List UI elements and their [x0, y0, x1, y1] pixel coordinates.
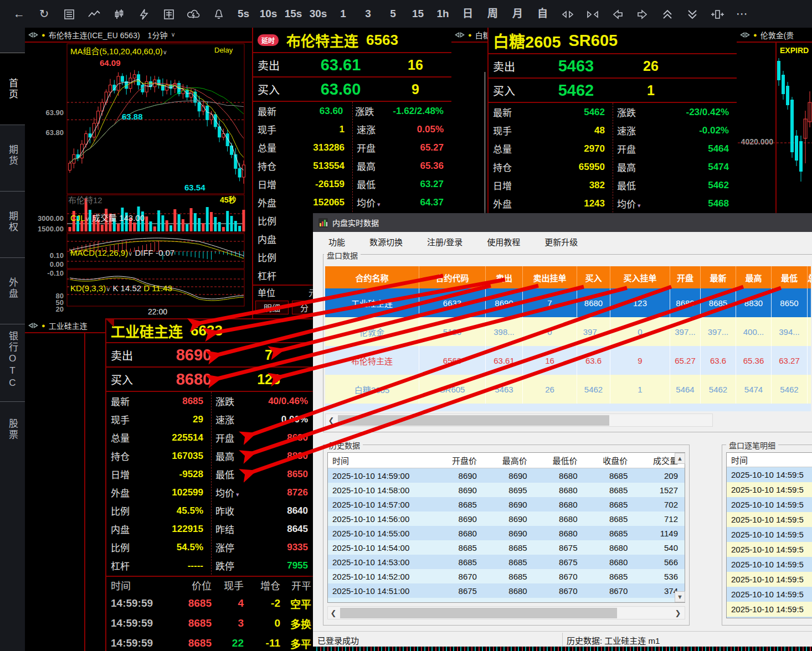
board-row[interactable]: 白糖2605SR605546326546215464546254745462 [325, 375, 811, 404]
period-button-15s[interactable]: 15s [281, 0, 306, 28]
board-row[interactable]: 工业硅主连66338690786801238680868588308650 [325, 288, 811, 317]
sidebar-tab-3[interactable]: 期权 [0, 191, 25, 252]
scroll-up-icon[interactable]: ▲ [675, 453, 685, 464]
period-button-自[interactable]: 自 [530, 0, 555, 28]
history-row[interactable]: 2025-10-10 14:55:0086808690868086851149 [328, 526, 685, 540]
tick-oi-change: -2 [244, 597, 280, 609]
period-button-10s[interactable]: 10s [256, 0, 281, 28]
period-button-日[interactable]: 日 [455, 0, 480, 28]
period-button-1h[interactable]: 1h [430, 0, 455, 28]
split-expand-icon[interactable] [555, 0, 580, 28]
menu-item[interactable]: 数源切换 [369, 236, 403, 247]
dropdown-caret-icon[interactable]: ▾ [638, 202, 641, 209]
period-select[interactable]: 1分钟 [148, 29, 168, 40]
scroll-left-icon[interactable]: ❮ [326, 416, 337, 425]
menu-item[interactable]: 注册/登录 [427, 236, 462, 247]
detail-row[interactable]: 2025-10-10 14:59:5 [727, 482, 812, 497]
kd-indicator-label[interactable]: KD(9,3,3)∨ K 14.52 D 11.43 [70, 283, 172, 293]
gold-kline-chart[interactable] [737, 43, 812, 213]
back-icon[interactable]: ← [7, 0, 32, 28]
period-button-5[interactable]: 5 [381, 0, 405, 28]
chevrons-down-icon[interactable] [680, 0, 705, 28]
history-cell: 8675 [584, 601, 634, 603]
cloud-flash-icon[interactable] [181, 0, 206, 28]
tab-detail[interactable]: 明细 [255, 301, 289, 314]
scroll-right-icon[interactable]: ❯ [672, 609, 683, 617]
page-right-icon[interactable] [630, 0, 655, 28]
bell-icon[interactable] [206, 0, 231, 28]
scroll-left-icon[interactable]: ❮ [328, 609, 339, 617]
detail-row[interactable]: 2025-10-10 14:59:5 [727, 602, 812, 617]
quote-list-icon[interactable] [56, 0, 81, 28]
history-row[interactable]: 2025-10-10 14:52:008670868586708685536 [328, 569, 685, 583]
ask-row[interactable]: 卖出 5463 26 [489, 54, 737, 79]
realtime-data-window[interactable]: 内盘实时数据 功能数源切换注册/登录使用教程更新升级 盘口数据 合约名称合约代码… [313, 213, 812, 647]
ma-indicator-label[interactable]: MA组合(5,10,20,40,60,0)∨ [70, 45, 167, 56]
period-button-周[interactable]: 周 [480, 0, 505, 28]
detail-row[interactable]: 2025-10-10 14:59:5 [727, 557, 812, 572]
history-hscrollbar[interactable]: ❮ ❯ [327, 606, 685, 619]
chevrons-up-icon[interactable] [655, 0, 680, 28]
quote-row: 内盘122915昨结8645 [106, 520, 316, 538]
volume-indicator-label[interactable]: CJL∨ 成交量 143.00 [70, 211, 145, 223]
history-row[interactable]: 2025-10-10 14:50:00867086758665867552 [328, 598, 685, 603]
dropdown-caret-icon[interactable]: ▾ [377, 201, 381, 208]
detail-row[interactable]: 2025-10-10 14:59:5 [727, 527, 812, 542]
detail-row[interactable]: 2025-10-10 14:59:5 [727, 587, 812, 602]
refresh-icon[interactable]: ↻ [32, 0, 56, 28]
page-left-icon[interactable] [605, 0, 630, 28]
line-chart-icon[interactable] [81, 0, 106, 28]
scrollbar-thumb[interactable] [338, 415, 609, 426]
board-row[interactable]: 布伦特主连656363.611663.6965.2763.665.3663.27 [325, 346, 811, 375]
quote-row: 持仓167035最高8830 [106, 447, 316, 465]
period-button-15[interactable]: 15 [405, 0, 430, 28]
detail-row[interactable]: 2025-10-10 14:59:5 [727, 497, 812, 512]
menu-item[interactable]: 更新升级 [544, 236, 578, 247]
sidebar-tab-2[interactable]: 期货 [0, 125, 25, 185]
history-row[interactable]: 2025-10-10 14:51:008675868086708670374 [328, 583, 685, 598]
period-button-3[interactable]: 3 [356, 0, 381, 28]
period-button-1[interactable]: 1 [331, 0, 356, 28]
insert-pane-icon[interactable] [705, 0, 729, 28]
detail-row[interactable]: 2025-10-10 14:59:5 [727, 512, 812, 527]
macd-indicator-label[interactable]: MACD(12,26,9)∨ DIFF -0.07 [70, 248, 174, 257]
history-row[interactable]: 2025-10-10 14:54:008685868586758680540 [328, 540, 685, 555]
field-label: 外盘 [106, 485, 148, 499]
board-hscrollbar[interactable]: ❮ [325, 414, 713, 427]
bid-row[interactable]: 买入 63.60 9 [253, 78, 451, 102]
history-row[interactable]: 2025-10-10 14:58:0086908695868086851527 [328, 483, 685, 497]
more-icon[interactable]: ⋯ [729, 0, 754, 28]
sidebar-tab-1[interactable]: 首页 [0, 53, 25, 125]
detail-row[interactable]: 2025-10-10 14:59:5 [727, 467, 812, 482]
history-row[interactable]: 2025-10-10 14:53:008685868586758680566 [328, 555, 685, 569]
order-ticket-icon[interactable] [156, 0, 181, 28]
history-row[interactable]: 2025-10-10 14:59:008690869086808685209 [328, 468, 685, 483]
board-row[interactable]: 伦敦金5120398...0397...0397...397...400...3… [325, 317, 811, 346]
ask-row[interactable]: 卖出 8690 7 [106, 343, 316, 368]
window-titlebar[interactable]: 内盘实时数据 [313, 213, 812, 232]
sidebar-tab-5[interactable]: 银行OTC [0, 324, 25, 396]
ask-row[interactable]: 卖出 63.61 16 [253, 53, 451, 78]
bid-row[interactable]: 买入 5462 1 [489, 79, 737, 103]
period-button-5s[interactable]: 5s [231, 0, 256, 28]
dropdown-caret-icon[interactable]: ▾ [236, 491, 239, 498]
detail-row[interactable]: 2025-10-10 14:59:5 [727, 542, 812, 557]
split-collapse-icon[interactable] [580, 0, 605, 28]
history-cell: 8685 [584, 485, 634, 495]
period-button-月[interactable]: 月 [505, 0, 530, 28]
menu-item[interactable]: 使用教程 [487, 236, 520, 247]
history-row[interactable]: 2025-10-10 14:57:008685869086808685702 [328, 497, 685, 512]
period-button-30s[interactable]: 30s [306, 0, 331, 28]
scrollbar-thumb[interactable] [340, 608, 617, 618]
chevron-down-icon[interactable]: ∨ [171, 31, 175, 38]
scroll-down-icon[interactable]: ▼ [675, 591, 685, 602]
lightning-icon[interactable] [131, 0, 156, 28]
sidebar-tab-4[interactable]: 外盘 [0, 257, 25, 318]
history-row[interactable]: 2025-10-10 14:56:008690869086808685712 [328, 512, 685, 526]
menu-item[interactable]: 功能 [328, 236, 345, 247]
candlestick-icon[interactable] [106, 0, 131, 28]
detail-row[interactable]: 2025-10-10 14:59:5 [727, 572, 812, 587]
detail-row[interactable]: 2025-10-10 14:59:5 [727, 617, 812, 618]
bid-row[interactable]: 买入 8680 123 [106, 368, 316, 392]
sidebar-tab-6[interactable]: 股票 [0, 401, 25, 457]
